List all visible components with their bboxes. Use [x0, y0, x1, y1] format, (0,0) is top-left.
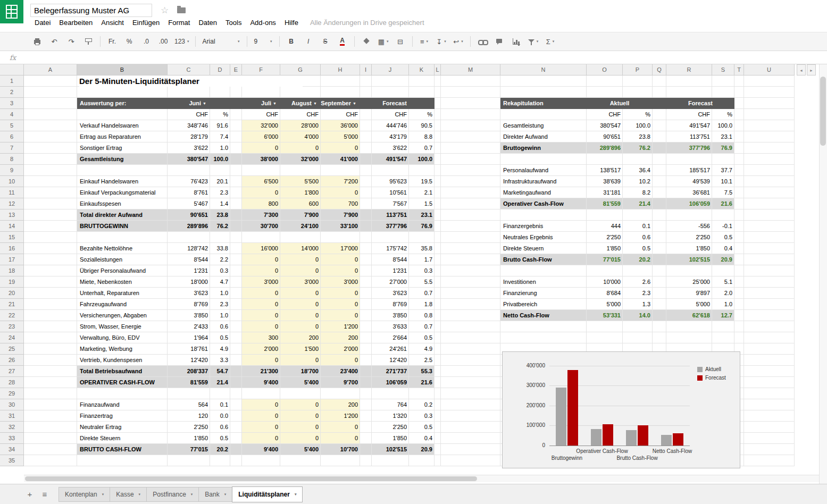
cell-D34[interactable]: 20.2	[210, 444, 228, 455]
paint-format-button[interactable]	[80, 35, 96, 48]
cell-H23[interactable]: 1'200	[321, 321, 358, 332]
cell-F23[interactable]: 0	[242, 321, 278, 332]
row-header-5[interactable]: 5	[0, 120, 24, 131]
cell-G18[interactable]: 0	[280, 265, 319, 276]
month-dropdown-icon[interactable]: ▼	[273, 98, 279, 109]
cell-B28[interactable]: OPERATIVER CASH-FLOW	[80, 377, 165, 388]
cell-B27[interactable]: Total Betriebsaufwand	[80, 366, 165, 377]
cell-S22[interactable]: 12.7	[712, 310, 732, 321]
cell-J24[interactable]: 2'664	[372, 332, 407, 343]
cell-F30[interactable]: 0	[242, 399, 278, 410]
column-header-C[interactable]: C	[168, 64, 210, 75]
cell-G17[interactable]: 0	[280, 254, 319, 265]
cell-R9[interactable]: 185'517	[666, 165, 710, 176]
font-size-select[interactable]: 9▾	[251, 38, 275, 45]
row-header-7[interactable]: 7	[0, 142, 24, 154]
row-header-23[interactable]: 23	[0, 321, 24, 332]
cell-S10[interactable]: 10.1	[712, 176, 732, 187]
row-header-28[interactable]: 28	[0, 377, 24, 388]
cell-D26[interactable]: 3.3	[210, 355, 228, 366]
cell-R17[interactable]: 102'515	[666, 254, 710, 265]
cell-O17[interactable]: 77'015	[587, 254, 621, 265]
cell-B31[interactable]: Finanzertrag	[80, 410, 165, 422]
doc-title-input[interactable]	[30, 4, 152, 17]
cell-D31[interactable]: 0.0	[210, 410, 228, 422]
cell-K23[interactable]: 0.7	[409, 321, 432, 332]
row-header-13[interactable]: 13	[0, 209, 24, 221]
cell-O6[interactable]: 90'651	[587, 131, 621, 142]
more-formats-button[interactable]: 123▾	[172, 35, 191, 48]
star-icon[interactable]: ☆	[161, 5, 169, 16]
cell-J5[interactable]: 444'746	[372, 120, 407, 131]
menu-ansicht[interactable]: Ansicht	[97, 16, 128, 29]
cell-J23[interactable]: 3'633	[372, 321, 407, 332]
cell-F32[interactable]: 0	[242, 422, 278, 433]
cell-N20[interactable]: Finanzierung	[503, 288, 584, 299]
fill-color-button[interactable]	[358, 35, 374, 48]
cell-C4[interactable]: CHF	[168, 109, 208, 120]
cell-J8[interactable]: 491'547	[372, 154, 407, 165]
cell-N12[interactable]: Operativer Cash-Flow	[503, 198, 584, 209]
sheet-tab-liquidittsplaner[interactable]: Liquiditätsplaner▾	[232, 486, 303, 502]
cell-H8[interactable]: 41'000	[321, 154, 358, 165]
row-header-4[interactable]: 4	[0, 109, 24, 120]
cell-P17[interactable]: 20.2	[623, 254, 650, 265]
cell-D28[interactable]: 21.4	[210, 377, 228, 388]
cell-S19[interactable]: 5.1	[712, 276, 732, 288]
cell-P7[interactable]: 76.2	[623, 142, 650, 154]
cell-O16[interactable]: 1'850	[587, 243, 621, 254]
horizontal-align-button[interactable]: ≡▾	[416, 35, 432, 48]
cell-F6[interactable]: 6'000	[242, 131, 278, 142]
cell-J20[interactable]: 3'623	[372, 288, 407, 299]
row-header-12[interactable]: 12	[0, 198, 24, 209]
cell-O14[interactable]: 444	[587, 221, 621, 232]
cell-K30[interactable]: 0.2	[409, 399, 432, 410]
borders-button[interactable]: ▦▾	[375, 35, 391, 48]
cell-S4[interactable]: %	[712, 109, 732, 120]
row-header-31[interactable]: 31	[0, 410, 24, 422]
column-header-B[interactable]: B	[77, 64, 168, 75]
cell-G10[interactable]: 5'500	[280, 176, 319, 187]
cell-G5[interactable]: 28'000	[280, 120, 319, 131]
cell-B7[interactable]: Sonstiger Ertrag	[80, 142, 165, 154]
horizontal-scrollbar-thumb[interactable]	[25, 476, 477, 481]
italic-button[interactable]: I	[300, 35, 316, 48]
cell-H6[interactable]: 5'000	[321, 131, 358, 142]
cell-J4[interactable]: CHF	[372, 109, 407, 120]
cell-H21[interactable]: 0	[321, 299, 358, 310]
cell-C24[interactable]: 1'964	[168, 332, 208, 343]
cell-F5[interactable]: 32'000	[242, 120, 278, 131]
cell-C26[interactable]: 12'420	[168, 355, 208, 366]
cell-N17[interactable]: Brutto Cash-Flow	[503, 254, 584, 265]
cell-K19[interactable]: 5.5	[409, 276, 432, 288]
cell-K11[interactable]: 2.1	[409, 187, 432, 198]
cell-R5[interactable]: 491'547	[666, 120, 710, 131]
cell-G32[interactable]: 0	[280, 422, 319, 433]
cell-R11[interactable]: 36'681	[666, 187, 710, 198]
cell-H13[interactable]: 7'900	[321, 209, 358, 221]
column-header-K[interactable]: K	[409, 64, 435, 75]
cell-O7[interactable]: 289'896	[587, 142, 621, 154]
cell-J14[interactable]: 377'796	[372, 221, 407, 232]
cell-B20[interactable]: Unterhalt, Reparaturen	[80, 288, 165, 299]
cell-J34[interactable]: 102'515	[372, 444, 407, 455]
cell-H17[interactable]: 0	[321, 254, 358, 265]
row-header-17[interactable]: 17	[0, 254, 24, 265]
cell-O5[interactable]: 380'547	[587, 120, 621, 131]
cell-P10[interactable]: 10.2	[623, 176, 650, 187]
cell-D5[interactable]: 91.6	[210, 120, 228, 131]
cell-B30[interactable]: Finanzaufwand	[80, 399, 165, 410]
row-header-21[interactable]: 21	[0, 299, 24, 310]
cell-F28[interactable]: 9'400	[242, 377, 278, 388]
cell-F34[interactable]: 9'400	[242, 444, 278, 455]
row-header-18[interactable]: 18	[0, 265, 24, 276]
cell-R7[interactable]: 377'796	[666, 142, 710, 154]
tab-menu-caret[interactable]: ▾	[139, 492, 141, 497]
row-header-24[interactable]: 24	[0, 332, 24, 343]
column-header-J[interactable]: J	[372, 64, 409, 75]
cell-D23[interactable]: 0.6	[210, 321, 228, 332]
cell-R6[interactable]: 113'751	[666, 131, 710, 142]
cell-B33[interactable]: Direkte Steuern	[80, 433, 165, 444]
sheets-logo[interactable]	[0, 0, 23, 23]
cell-G14[interactable]: 24'100	[280, 221, 319, 232]
